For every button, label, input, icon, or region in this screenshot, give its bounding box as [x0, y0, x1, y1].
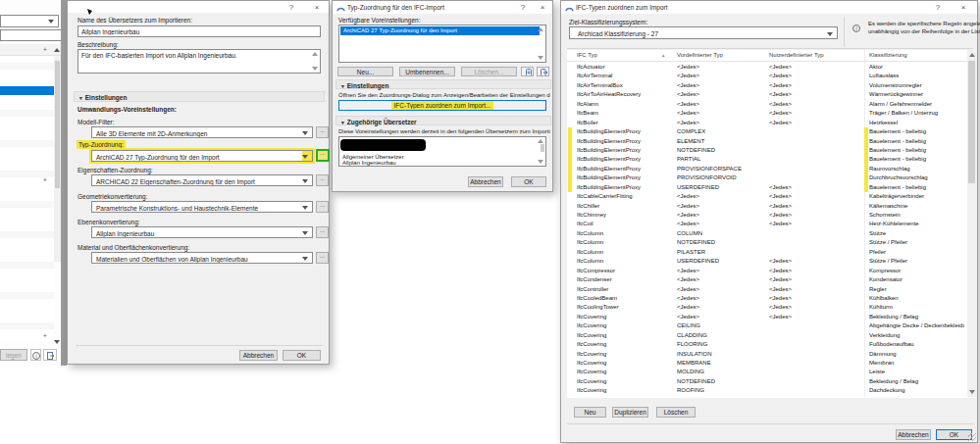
rename-button[interactable]: Umbenennen...: [399, 67, 455, 76]
related-translators-header[interactable]: ▾Zugehörige Übersetzer: [335, 116, 551, 125]
table-row[interactable]: IfcColumnPILASTERPfeiler: [567, 248, 967, 257]
close-icon[interactable]: ×: [537, 2, 548, 13]
help-icon[interactable]: ?: [285, 2, 297, 13]
table-row[interactable]: IfcCovering<Jedes><Jedes>Bekleidung / Be…: [567, 313, 967, 321]
target-system-dropdown[interactable]: Archicad Klassifizierung - 27: [569, 26, 838, 39]
table-row[interactable]: IfcBoiler<Jedes><Jedes>Heizkessel: [567, 119, 967, 127]
table-row[interactable]: IfcCoveringROOFINGDachdeckung: [567, 386, 967, 395]
table-row[interactable]: IfcCoveringFLOORINGFußbodenaufbau: [567, 340, 967, 349]
plus-icon[interactable]: +: [43, 176, 47, 183]
scrollbar-thumb[interactable]: [968, 61, 975, 183]
column-header-ifc-typ[interactable]: IFC Typ: [577, 52, 597, 58]
table-row[interactable]: IfcCoveringMOLDINGLeiste: [567, 368, 967, 376]
table-row[interactable]: IfcAirToAirHeatRecovery<Jedes><Jedes>Wär…: [567, 90, 967, 99]
table-row[interactable]: IfcBuildingElementProxyPROVISIONFORSPACE…: [567, 165, 967, 173]
table-row[interactable]: IfcAirTerminal<Jedes><Jedes>Luftauslass: [567, 72, 967, 80]
description-textarea[interactable]: Für den IFC-basierten Import von Allplan…: [77, 49, 321, 74]
presets-list[interactable]: ArchiCAD 27 Typ-Zuordnung für den Import: [338, 25, 546, 63]
help-icon[interactable]: ?: [517, 2, 529, 13]
model-filter-dropdown[interactable]: Alle 3D Elemente mit 2D-Anmerkungen: [91, 126, 313, 138]
layer-conversion-dropdown[interactable]: Allplan Ingenieurbau: [91, 226, 313, 238]
assign-ifc-types-button[interactable]: IFC-Typen zuordnen zum Import...: [338, 100, 546, 111]
scroll-down-icon[interactable]: [538, 160, 543, 164]
material-conversion-dropdown[interactable]: Materialien und Oberflächen von Allplan …: [91, 252, 313, 264]
type-mapping-more-button[interactable]: ...: [316, 149, 330, 162]
table-row[interactable]: IfcColumnCOLUMNStütze: [567, 229, 967, 238]
table-row[interactable]: IfcCondenser<Jedes><Jedes>Kondensator: [567, 275, 967, 284]
ok-button[interactable]: OK: [511, 176, 546, 187]
table-row[interactable]: IfcBuildingElementProxyUSERDEFINED<Jedes…: [567, 183, 967, 192]
close-icon[interactable]: ×: [311, 2, 323, 13]
cancel-button[interactable]: Abbrechen: [896, 429, 931, 440]
scroll-up-icon[interactable]: [969, 53, 975, 57]
translators-list[interactable]: Allgemeiner Übersetzer Allplan Ingenieur…: [338, 136, 546, 167]
property-mapping-more-button[interactable]: ...: [316, 174, 329, 186]
new-button[interactable]: Neu...: [337, 67, 393, 76]
model-filter-more-button[interactable]: ...: [316, 126, 329, 138]
table-row[interactable]: IfcCoveringMEMBRANEMembran: [567, 359, 967, 368]
close-icon[interactable]: ×: [957, 2, 969, 13]
table-row[interactable]: IfcBuildingElementProxyELEMENTBauelement…: [567, 137, 967, 146]
background-list[interactable]: [0, 56, 54, 343]
background-info-button[interactable]: i: [30, 349, 41, 361]
translator-name-input[interactable]: [77, 25, 321, 37]
table-header[interactable]: IFC Typ ▲ Vordefinierter Typ Nutzerdefin…: [567, 50, 967, 62]
table-row[interactable]: IfcColumnNOTDEFINEDStütze / Pfeiler: [567, 238, 967, 247]
background-apply-button[interactable]: legen: [0, 349, 27, 361]
chevron-down-icon[interactable]: [54, 340, 60, 344]
background-export-button[interactable]: [43, 349, 57, 361]
table-row[interactable]: IfcCoveringCEILINGAbgehängte Decke / Dec…: [567, 321, 967, 330]
table-row[interactable]: IfcCoveringNOTDEFINEDBekleidung / Belag: [567, 377, 967, 386]
background-selected-row[interactable]: [0, 86, 54, 95]
scroll-down-icon[interactable]: [969, 390, 975, 394]
plus-icon[interactable]: +: [43, 46, 47, 53]
settings-section-header[interactable]: ▾Einstellungen: [74, 91, 325, 102]
column-header-vordefinierter-typ[interactable]: Vordefinierter Typ: [677, 52, 723, 58]
table-row[interactable]: IfcCompressor<Jedes><Jedes>Kompressor: [567, 267, 967, 275]
table-row[interactable]: IfcAlarm<Jedes><Jedes>Alarm / Gefahrenme…: [567, 100, 967, 109]
column-header-klassifizierung[interactable]: Klassifizierung: [869, 52, 907, 58]
scroll-up-icon[interactable]: [538, 27, 543, 31]
scroll-up-icon[interactable]: [538, 139, 543, 143]
help-icon[interactable]: ?: [932, 2, 944, 13]
table-row[interactable]: IfcBuildingElementProxyPROVISIONFORVOIDD…: [567, 173, 967, 182]
cancel-button[interactable]: Abbrechen: [239, 350, 278, 361]
property-mapping-dropdown[interactable]: ARCHICAD 22 Eigenschaften-Zuordnung für …: [91, 174, 313, 186]
table-row[interactable]: IfcColumnUSERDEFINED<Jedes>Stütze / Pfei…: [567, 257, 967, 266]
geometry-conversion-more-button[interactable]: ...: [316, 201, 329, 213]
type-mapping-dropdown[interactable]: ArchiCAD 27 Typ-Zuordnung für den Import: [91, 150, 313, 162]
layer-conversion-more-button[interactable]: ...: [316, 226, 329, 238]
chevron-up-icon[interactable]: [54, 48, 60, 52]
background-dropdown[interactable]: [0, 15, 59, 27]
table-row[interactable]: IfcController<Jedes><Jedes>Regler: [567, 285, 967, 294]
table-row[interactable]: IfcCoil<Jedes><Jedes>Heiz-Kühlelemente: [567, 220, 967, 228]
settings-section-header[interactable]: ▾Einstellungen: [335, 79, 551, 89]
table-row[interactable]: IfcActuator<Jedes><Jedes>Aktor: [567, 63, 967, 72]
duplicate-button[interactable]: Duplizieren: [612, 407, 648, 418]
plus-icon[interactable]: +: [43, 332, 47, 339]
background-input[interactable]: [0, 29, 62, 41]
resize-grip[interactable]: [968, 433, 976, 441]
table-row[interactable]: IfcCableCarrierFitting<Jedes><Jedes>Kabe…: [567, 192, 967, 201]
column-header-nutzerdefinierter-typ[interactable]: Nutzerdefinierter Typ: [769, 52, 824, 58]
table-row[interactable]: IfcBuildingElementProxyNOTDEFINEDBauelem…: [567, 146, 967, 155]
preset-item-selected[interactable]: ArchiCAD 27 Typ-Zuordnung für den Import: [340, 26, 540, 35]
scroll-down-icon[interactable]: [312, 67, 318, 71]
scroll-up-icon[interactable]: [312, 52, 318, 56]
geometry-conversion-dropdown[interactable]: Parametrische Konstruktions- und Haustec…: [91, 201, 313, 213]
table-row[interactable]: IfcChimney<Jedes><Jedes>Schornstein: [567, 211, 967, 220]
delete-button[interactable]: Löschen: [656, 407, 696, 418]
ok-button[interactable]: OK: [283, 350, 321, 361]
table-row[interactable]: IfcCooledBeam<Jedes><Jedes>Kühlbalken: [567, 294, 967, 303]
material-conversion-more-button[interactable]: ...: [316, 252, 329, 264]
scroll-down-icon[interactable]: [538, 56, 543, 60]
ok-button[interactable]: OK: [936, 429, 972, 440]
table-row[interactable]: IfcAirTerminalBox<Jedes><Jedes>Volumenst…: [567, 81, 967, 90]
table-row[interactable]: IfcChiller<Jedes><Jedes>Kältemaschine: [567, 202, 967, 211]
delete-button[interactable]: Löschen...: [461, 67, 517, 76]
background-scrollbar[interactable]: [54, 56, 61, 262]
table-row[interactable]: IfcBuildingElementProxyPARTIALBauelement…: [567, 155, 967, 164]
new-button[interactable]: Neu: [574, 407, 606, 418]
scrollbar-thumb[interactable]: [541, 144, 544, 152]
export-preset-button[interactable]: [537, 67, 549, 76]
